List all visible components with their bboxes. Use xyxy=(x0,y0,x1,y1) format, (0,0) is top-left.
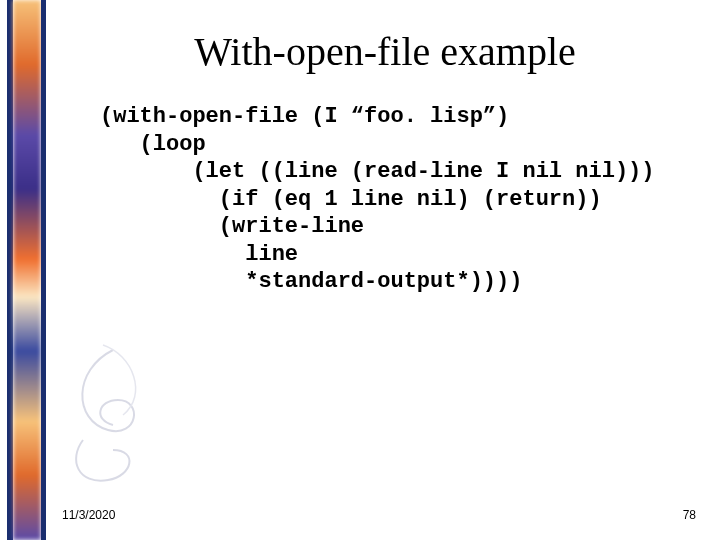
slide-title: With-open-file example xyxy=(60,28,710,75)
footer-page-number: 78 xyxy=(683,508,696,522)
stripe xyxy=(13,0,41,540)
code-line: (loop xyxy=(100,132,206,157)
decorative-side-band xyxy=(0,0,50,540)
code-line: (with-open-file (I “foo. lisp”) xyxy=(100,104,509,129)
footer-date: 11/3/2020 xyxy=(62,508,115,522)
stripe xyxy=(41,0,46,540)
code-line: (let ((line (read-line I nil nil))) xyxy=(100,159,655,184)
code-line: line xyxy=(100,242,298,267)
footer: 11/3/2020 78 xyxy=(62,508,696,522)
code-line: *standard-output*)))) xyxy=(100,269,522,294)
code-line: (if (eq 1 line nil) (return)) xyxy=(100,187,602,212)
stripe xyxy=(0,0,7,540)
code-line: (write-line xyxy=(100,214,364,239)
slide: With-open-file example (with-open-file (… xyxy=(0,0,720,540)
code-block: (with-open-file (I “foo. lisp”) (loop (l… xyxy=(100,103,710,296)
slide-content: With-open-file example (with-open-file (… xyxy=(60,0,710,540)
